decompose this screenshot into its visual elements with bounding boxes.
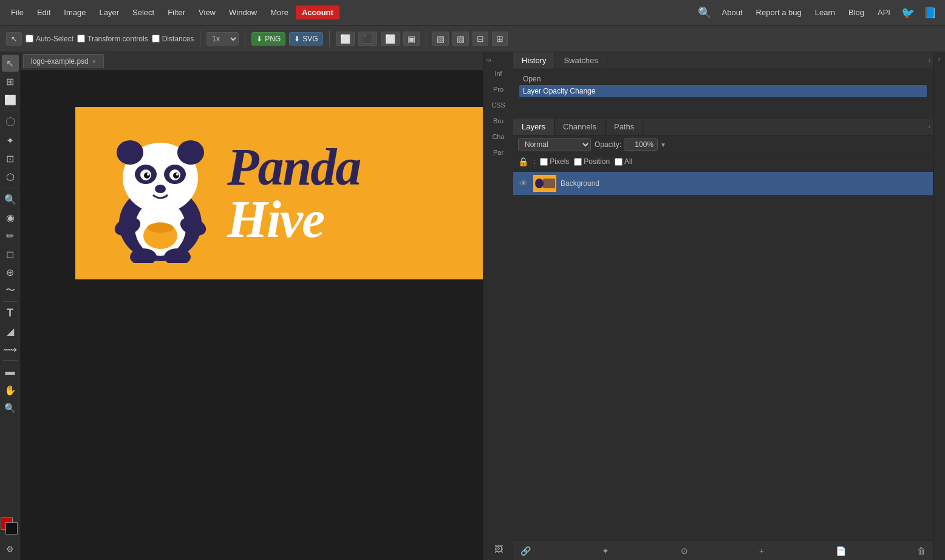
distances-checkbox[interactable]: Distances bbox=[152, 35, 194, 43]
mask-icon[interactable]: ⊙ bbox=[678, 545, 691, 557]
twitter-icon[interactable]: 🐦 bbox=[898, 4, 918, 22]
menu-api[interactable]: API bbox=[872, 5, 896, 19]
transform-controls-input[interactable] bbox=[77, 35, 85, 43]
align-center-btn[interactable]: ⬛ bbox=[358, 32, 377, 46]
mini-bru[interactable]: Bru bbox=[483, 114, 513, 128]
close-tab-btn[interactable]: × bbox=[92, 58, 96, 65]
history-item-opacity[interactable]: Layer Opacity Change bbox=[519, 85, 927, 97]
layout-btn-3[interactable]: ⊟ bbox=[472, 32, 488, 46]
gradient-tool[interactable]: ◢ bbox=[2, 323, 19, 340]
menu-layer[interactable]: Layer bbox=[94, 5, 126, 19]
opacity-value[interactable]: 100% bbox=[624, 138, 658, 151]
align-justify-btn[interactable]: ▣ bbox=[403, 32, 420, 46]
mini-cha[interactable]: Cha bbox=[483, 129, 513, 144]
crop-tool[interactable]: ⊡ bbox=[2, 150, 19, 167]
delete-layer-icon[interactable]: 🗑 bbox=[915, 545, 928, 557]
document-tab[interactable]: logo-example.psd × bbox=[23, 54, 104, 68]
search-icon[interactable]: 🔍 bbox=[694, 4, 715, 22]
tab-swatches[interactable]: Swatches bbox=[555, 52, 607, 69]
download-png-icon: ⬇ bbox=[256, 35, 262, 43]
align-right-btn[interactable]: ⬜ bbox=[381, 32, 400, 46]
text-tool[interactable]: T bbox=[2, 304, 19, 321]
marquee-tool[interactable]: ⬜ bbox=[2, 91, 19, 108]
layer-row-background[interactable]: 👁 Background bbox=[513, 172, 933, 196]
lock-all-checkbox[interactable]: All bbox=[615, 157, 632, 166]
eyedropper-tool[interactable]: 🔍 bbox=[2, 191, 19, 208]
new-layer-icon[interactable]: 📄 bbox=[833, 545, 848, 557]
lock-position-checkbox[interactable]: Position bbox=[574, 157, 610, 166]
blend-mode-select[interactable]: Normal Dissolve Multiply Screen Overlay bbox=[518, 138, 591, 151]
smudge-tool[interactable]: 〜 bbox=[2, 282, 19, 299]
auto-select-checkbox[interactable]: Auto-Select bbox=[26, 35, 73, 43]
select-tool-btn[interactable]: ↖ bbox=[6, 32, 22, 46]
add-layer-icon[interactable]: + bbox=[757, 545, 766, 557]
menu-filter[interactable]: Filter bbox=[162, 5, 191, 19]
menu-account[interactable]: Account bbox=[296, 5, 339, 19]
menu-blog[interactable]: Blog bbox=[842, 5, 870, 19]
opacity-dropdown-btn[interactable]: ▼ bbox=[660, 142, 666, 148]
export-svg-btn[interactable]: ⬇ SVG bbox=[289, 32, 322, 46]
link-layers-icon[interactable]: 🔗 bbox=[518, 545, 533, 557]
tab-channels[interactable]: Channels bbox=[554, 118, 606, 135]
menu-view[interactable]: View bbox=[193, 5, 222, 19]
lock-all-input[interactable] bbox=[615, 158, 623, 166]
brush-tool[interactable]: ✏ bbox=[2, 227, 19, 244]
history-item-open[interactable]: Open bbox=[519, 73, 927, 85]
menu-image[interactable]: Image bbox=[58, 5, 92, 19]
collapse-right-btn[interactable]: › bbox=[938, 56, 940, 63]
perspective-tool[interactable]: ⬡ bbox=[2, 168, 19, 185]
eraser-tool[interactable]: ◻ bbox=[2, 245, 19, 262]
stamp-tool[interactable]: ⊕ bbox=[2, 264, 19, 281]
layer-visibility-toggle[interactable]: 👁 bbox=[518, 179, 529, 188]
hand-tool[interactable]: ✋ bbox=[2, 381, 19, 398]
layout-btn-4[interactable]: ⊞ bbox=[492, 32, 508, 46]
align-left-btn[interactable]: ⬜ bbox=[336, 32, 355, 46]
lock-icon[interactable]: 🔒 bbox=[518, 157, 528, 166]
facebook-icon[interactable]: 📘 bbox=[919, 4, 940, 22]
svg-point-22 bbox=[535, 179, 544, 188]
menu-select[interactable]: Select bbox=[126, 5, 160, 19]
layout-btn-2[interactable]: ▨ bbox=[452, 32, 469, 46]
layout-btn-1[interactable]: ▧ bbox=[432, 32, 449, 46]
wand-tool[interactable]: ✦ bbox=[2, 132, 19, 149]
shape-tool[interactable]: ▬ bbox=[2, 363, 19, 380]
layer-style-icon[interactable]: ✦ bbox=[599, 545, 612, 557]
history-panel-arrow[interactable]: › bbox=[926, 57, 933, 64]
settings-tool[interactable]: ⚙ bbox=[2, 541, 19, 558]
menu-edit[interactable]: Edit bbox=[31, 5, 56, 19]
menu-window[interactable]: Window bbox=[223, 5, 263, 19]
lock-position-input[interactable] bbox=[574, 158, 582, 166]
zoom-tool[interactable]: 🔍 bbox=[2, 400, 19, 417]
move-tool[interactable]: ↖ bbox=[2, 55, 19, 72]
layers-panel-arrow[interactable]: › bbox=[926, 123, 933, 130]
path-tool[interactable]: ⟿ bbox=[2, 341, 19, 358]
menu-report-bug[interactable]: Report a bug bbox=[750, 5, 808, 19]
distances-input[interactable] bbox=[152, 35, 160, 43]
collapse-left-btn[interactable]: <• bbox=[486, 57, 491, 64]
auto-select-input[interactable] bbox=[26, 35, 33, 43]
export-png-btn[interactable]: ⬇ PNG bbox=[251, 32, 285, 46]
bucket-tool[interactable]: ◉ bbox=[2, 209, 19, 226]
mini-par[interactable]: Par bbox=[483, 145, 513, 160]
mini-image-icon[interactable]: 🖼 bbox=[492, 542, 505, 556]
toolbar-separator-3 bbox=[329, 30, 330, 47]
canvas-content[interactable]: Panda Hive bbox=[21, 70, 483, 560]
mini-css[interactable]: CSS bbox=[483, 98, 513, 112]
svg-point-10 bbox=[173, 172, 179, 179]
tab-history[interactable]: History bbox=[513, 52, 555, 69]
artboard-tool[interactable]: ⊞ bbox=[2, 73, 19, 90]
menu-more[interactable]: More bbox=[264, 5, 295, 19]
menu-file[interactable]: File bbox=[5, 5, 30, 19]
zoom-select[interactable]: 1x2x0.5x bbox=[206, 32, 239, 46]
lasso-tool[interactable]: 〇 bbox=[2, 114, 19, 131]
mini-pro[interactable]: Pro bbox=[483, 82, 513, 97]
lock-pixels-input[interactable] bbox=[540, 158, 548, 166]
transform-controls-checkbox[interactable]: Transform controls bbox=[77, 35, 148, 43]
background-color[interactable] bbox=[5, 522, 18, 534]
menu-learn[interactable]: Learn bbox=[809, 5, 841, 19]
tab-layers[interactable]: Layers bbox=[513, 118, 554, 135]
mini-inf[interactable]: Inf bbox=[483, 66, 513, 81]
menu-about[interactable]: About bbox=[716, 5, 749, 19]
tab-paths[interactable]: Paths bbox=[606, 118, 643, 135]
lock-pixels-checkbox[interactable]: Pixels bbox=[540, 157, 569, 166]
